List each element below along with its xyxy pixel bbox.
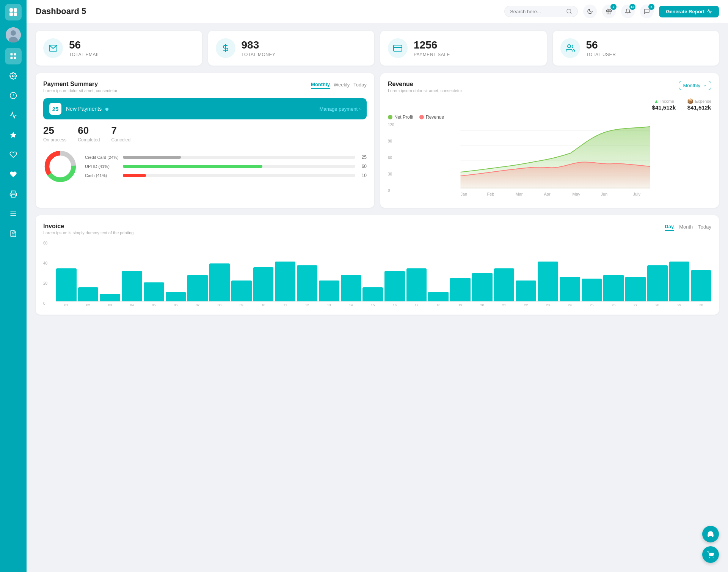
cart-float-btn[interactable] (702, 546, 719, 563)
invoice-bar-col (494, 268, 515, 302)
invoice-bar (472, 273, 493, 301)
stat-info-user: 56 TOTAL USER (586, 39, 616, 57)
invoice-bar-col (253, 267, 274, 301)
invoice-bar-col (187, 275, 208, 301)
invoice-title: Invoice (43, 223, 133, 230)
cart-icon (707, 551, 714, 558)
payment-bar-label-upi: UPI ID (41%) (85, 164, 119, 169)
invoice-bar-col (647, 265, 668, 301)
invoice-bar-col (582, 279, 602, 301)
sidebar-item-doc[interactable] (5, 225, 22, 242)
invoice-bar (362, 287, 383, 302)
stat-info-payment: 1256 PAYMENT SALE (414, 39, 450, 57)
sidebar-item-chart[interactable] (5, 107, 22, 124)
gifts-btn[interactable]: 2 (602, 5, 616, 18)
x-label-may: May (573, 192, 581, 196)
income-label: Income (661, 99, 674, 103)
invoice-x-label: 10 (253, 303, 274, 307)
svg-rect-9 (11, 57, 13, 59)
generate-report-button[interactable]: Generate Report (659, 6, 719, 17)
invoice-bar (669, 262, 690, 301)
invoice-bar-col (319, 281, 339, 301)
invoice-bar (100, 294, 120, 301)
invoice-bar-col (450, 278, 471, 302)
income-stat: ▲ Income $41,512k (652, 98, 676, 111)
sidebar-item-list[interactable] (5, 205, 22, 222)
invoice-bar-col (384, 271, 405, 301)
revenue-subtitle: Lorem ipsum dolor sit amet, consectetur (388, 88, 462, 93)
sidebar-item-heart1[interactable] (5, 146, 22, 163)
revenue-monthly-dropdown[interactable]: Monthly (679, 81, 711, 90)
headset-icon (707, 530, 714, 538)
metric-completed: 60 Completed (78, 125, 100, 143)
invoice-bar (560, 277, 580, 301)
search-input[interactable] (510, 9, 563, 14)
invoice-header: Invoice Lorem ipsum is simply dummy text… (43, 223, 711, 235)
invoice-bar-col (362, 287, 383, 302)
invoice-bar-col (100, 294, 120, 301)
svg-line-23 (570, 13, 571, 14)
avatar[interactable] (6, 27, 21, 42)
chat-btn[interactable]: 5 (640, 5, 654, 18)
invoice-tab-day[interactable]: Day (665, 223, 674, 231)
invoice-x-label: 20 (472, 303, 493, 307)
revenue-title: Revenue (388, 81, 462, 88)
invoice-x-label: 17 (406, 303, 427, 307)
x-label-jan: Jan (461, 192, 468, 196)
tab-monthly[interactable]: Monthly (311, 81, 330, 89)
revenue-header: Revenue Lorem ipsum dolor sit amet, cons… (388, 81, 711, 93)
invoice-tab-month[interactable]: Month (679, 223, 693, 231)
invoice-subtitle: Lorem ipsum is simply dummy text of the … (43, 230, 133, 235)
invoice-bar-col (472, 273, 493, 301)
svg-point-40 (709, 557, 710, 558)
bar-track-cash (123, 174, 355, 177)
payment-summary-card: Payment Summary Lorem ipsum dolor sit am… (36, 73, 374, 208)
invoice-tab-today[interactable]: Today (698, 223, 711, 231)
x-label-mar: Mar (516, 192, 523, 196)
np-left: 25 New Payments (49, 103, 108, 115)
sidebar-item-print[interactable] (5, 186, 22, 202)
sidebar-item-heart2[interactable] (5, 166, 22, 183)
svg-rect-7 (11, 53, 13, 56)
np-text: New Payments (66, 106, 108, 112)
svg-point-30 (568, 45, 571, 48)
metric-on-process: 25 On process (43, 125, 66, 143)
np-dot (105, 108, 108, 111)
sidebar-logo[interactable] (5, 4, 22, 20)
support-float-btn[interactable] (702, 526, 719, 542)
donut-chart (43, 149, 77, 183)
sidebar (0, 0, 27, 572)
sidebar-item-dashboard[interactable] (5, 48, 22, 64)
revenue-chart-container: 120 90 60 30 0 (388, 123, 711, 200)
tab-weekly[interactable]: Weekly (334, 81, 350, 89)
sidebar-item-settings[interactable] (5, 67, 22, 84)
svg-point-22 (567, 9, 571, 13)
bar-fill-cash (123, 174, 146, 177)
sidebar-item-info[interactable] (5, 87, 22, 104)
tab-today[interactable]: Today (353, 81, 367, 89)
chat-badge: 5 (648, 4, 654, 10)
invoice-x-label: 14 (341, 303, 361, 307)
invoice-bar (166, 292, 186, 301)
invoice-x-label: 21 (494, 303, 515, 307)
metric-num-completed: 60 (78, 125, 100, 136)
metric-label-completed: Completed (78, 137, 100, 143)
invoice-x-label: 11 (275, 303, 295, 307)
invoice-x-labels: 0102030405060708091011121314151617181920… (56, 303, 711, 307)
metric-num-process: 25 (43, 125, 66, 136)
gift-icon (606, 8, 612, 14)
invoice-x-label: 27 (625, 303, 646, 307)
bell-btn[interactable]: 12 (621, 5, 635, 18)
stat-number-email: 56 (69, 39, 100, 51)
invoice-bar-col (669, 262, 690, 301)
manage-payment-link[interactable]: Manage payment › (320, 106, 361, 112)
svg-point-41 (713, 557, 714, 558)
search-box[interactable] (504, 6, 578, 17)
svg-point-5 (11, 30, 16, 36)
invoice-x-label: 29 (669, 303, 690, 307)
payment-bar-row-upi: UPI ID (41%) 60 (85, 164, 367, 169)
sidebar-item-star[interactable] (5, 127, 22, 143)
theme-toggle-btn[interactable] (583, 5, 597, 18)
invoice-bar (538, 262, 558, 301)
svg-rect-28 (394, 45, 402, 51)
